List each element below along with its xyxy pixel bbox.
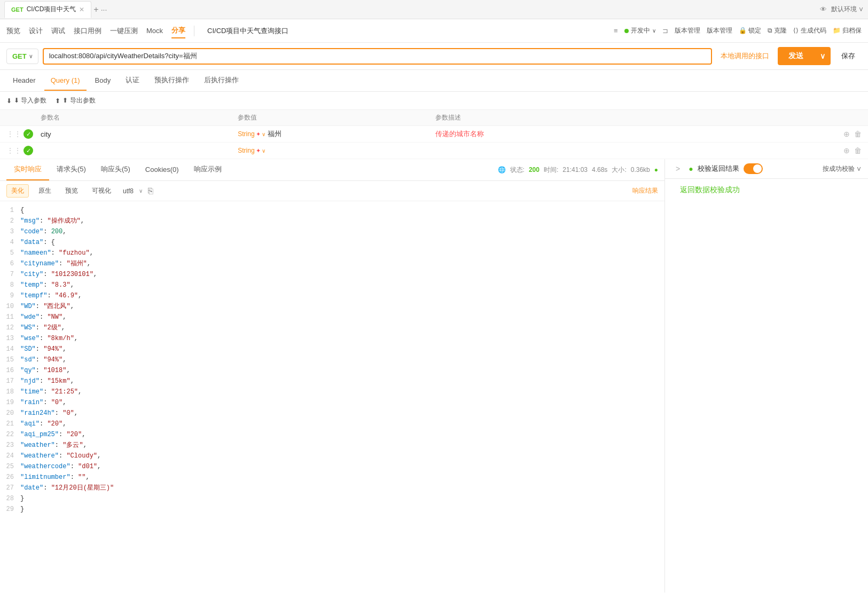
drag-handle[interactable]: ⋮⋮ — [6, 130, 24, 138]
code-line: 22 "aqi_pm25": "20", — [0, 430, 664, 440]
env-badge[interactable]: 开发中 ∨ — [624, 26, 656, 35]
delete-param-icon[interactable]: 🗑 — [854, 130, 862, 138]
more-tabs-button[interactable]: ··· — [101, 5, 107, 14]
response-tab-cookies[interactable]: Cookies(0) — [138, 160, 186, 180]
copy-icon[interactable]: ⎘ — [148, 186, 153, 196]
view-preview[interactable]: 预览 — [61, 185, 82, 197]
validate-toggle[interactable] — [744, 163, 763, 174]
archive-button[interactable]: 📁 归档保 — [833, 26, 862, 35]
time-label: 时间: — [544, 165, 558, 175]
clone-icon: ⧉ — [768, 27, 772, 34]
size-label: 大小: — [612, 165, 626, 175]
toolbar-divider — [194, 26, 194, 36]
toolbar-item-stress[interactable]: 一键压测 — [110, 24, 138, 38]
right-panel: > ● 校验返回结果 按成功校验 ∨ 返回数据校验成功 — [665, 159, 868, 593]
send-arrow-icon[interactable]: ∨ — [815, 48, 831, 65]
response-tab-right: 🌐 状态: 200 时间: 21:41:03 4.68s 大小: 0.36kb … — [498, 165, 658, 175]
version-management[interactable]: 版本管理 — [675, 26, 700, 35]
validate-mode-select[interactable]: 按成功校验 ∨ — [823, 164, 862, 174]
eye-icon[interactable]: 👁 — [820, 5, 827, 13]
status-label: 状态: — [510, 165, 525, 175]
tab-bar: GET CI/CD项目中天气 ✕ + ··· 👁 默认环境 ∨ — [0, 0, 868, 19]
param-desc[interactable]: 传递的城市名称 — [435, 129, 830, 139]
code-line: 17 "njd": "15km", — [0, 376, 664, 387]
expand-panel-button[interactable]: > — [671, 164, 684, 173]
toolbar-item-mock[interactable]: Mock — [146, 25, 163, 37]
validate-label: 校验返回结果 — [698, 164, 739, 174]
params-table-header: 参数名 参数值 参数描述 — [0, 110, 868, 126]
view-visual[interactable]: 可视化 — [88, 185, 115, 197]
code-line: 15 "sd": "94%", — [0, 355, 664, 366]
url-bar: GET ∨ 本地调用的接口 发送 ∨ 保存 — [0, 43, 868, 70]
method-label: GET — [12, 52, 27, 60]
import-params-button[interactable]: ⬇ ⬇ 导入参数 — [6, 96, 46, 105]
split-area: 实时响应 请求头(5) 响应头(5) Cookies(0) 响应示例 🌐 状态:… — [0, 159, 868, 593]
save-button[interactable]: 保存 — [835, 48, 862, 64]
subtab-post-exec[interactable]: 后执行操作 — [198, 70, 245, 91]
subtab-auth[interactable]: 认证 — [119, 70, 146, 91]
code-line: 10 "WD": "西北风", — [0, 302, 664, 312]
param-name[interactable]: city — [41, 130, 238, 138]
toolbar-item-share[interactable]: 分享 — [171, 23, 185, 38]
view-beautify[interactable]: 美化 — [6, 184, 29, 198]
copy-param-icon[interactable]: ⊕ — [843, 130, 850, 138]
export-params-button[interactable]: ⬆ ⬆ 导出参数 — [55, 96, 95, 105]
code-line: 4 "data": { — [0, 238, 664, 248]
sub-tabs: Header Query (1) Body 认证 预执行操作 后执行操作 — [0, 70, 868, 92]
lock-button[interactable]: 🔒 锁定 — [739, 26, 761, 35]
view-raw[interactable]: 原生 — [34, 185, 56, 197]
delete-param-icon[interactable]: 🗑 — [854, 146, 862, 155]
archive-icon: 📁 — [833, 27, 841, 34]
subtab-body[interactable]: Body — [89, 71, 118, 91]
param-row-actions: ⊕ 🗑 — [830, 130, 862, 138]
response-tab-req-headers[interactable]: 请求头(5) — [49, 159, 93, 180]
clone-button[interactable]: ⧉ 克隆 — [768, 26, 787, 35]
success-message: 返回数据校验成功 — [671, 175, 748, 204]
code-area[interactable]: 1{2 "msg": "操作成功",3 "code": 200,4 "data"… — [0, 201, 664, 593]
toolbar-right: ≡ 开发中 ∨ ⊐ 版本管理 版本管理 🔒 锁定 ⧉ 克隆 ⟨⟩ 生成代码 📁 … — [614, 26, 862, 35]
code-line: 18 "time": "21:25", — [0, 387, 664, 398]
subtab-query[interactable]: Query (1) — [44, 71, 87, 91]
param-value[interactable]: 福州 — [268, 129, 281, 139]
toolbar-item-example[interactable]: 接口用例 — [74, 24, 101, 38]
code-line: 7 "city": "101230101", — [0, 270, 664, 280]
subtab-header[interactable]: Header — [6, 71, 42, 91]
encoding-select[interactable]: utf8 — [123, 187, 134, 195]
env-selector[interactable]: 默认环境 ∨ — [831, 5, 864, 14]
response-tab-realtime[interactable]: 实时响应 — [6, 159, 49, 180]
code-line: 28 } — [0, 494, 664, 504]
params-actions: ⬇ ⬇ 导入参数 ⬆ ⬆ 导出参数 — [0, 92, 868, 110]
toolbar-item-debug[interactable]: 调试 — [51, 24, 65, 38]
tab-close-icon[interactable]: ✕ — [79, 6, 84, 13]
code-toolbar: 美化 原生 预览 可视化 utf8 ∨ ⎘ 响应结果 — [0, 181, 664, 201]
param-type[interactable]: String ✦ ∨ — [238, 130, 265, 138]
code-line: 23 "weather": "多云", — [0, 440, 664, 451]
tab-bar-right: 👁 默认环境 ∨ — [820, 5, 864, 14]
toolbar-item-design[interactable]: 设计 — [29, 24, 43, 38]
required-star: ✦ — [256, 131, 261, 138]
copy-param-icon[interactable]: ⊕ — [843, 146, 850, 155]
code-line: 1{ — [0, 206, 664, 216]
validate-mode-label: 按成功校验 ∨ — [823, 164, 862, 174]
import-label: ⬇ 导入参数 — [14, 96, 46, 105]
drag-handle[interactable]: ⋮⋮ — [6, 146, 24, 155]
main-tab[interactable]: GET CI/CD项目中天气 ✕ — [4, 1, 91, 18]
subtab-pre-exec[interactable]: 预执行操作 — [148, 70, 196, 91]
row-enable-checkbox[interactable]: ✓ — [24, 146, 33, 155]
code-line: 19 "rain": "0", — [0, 398, 664, 408]
version-management-label[interactable]: 版本管理 — [707, 26, 732, 35]
param-type[interactable]: String ✦ ∨ — [238, 147, 265, 154]
send-button[interactable]: 发送 ∨ — [778, 47, 831, 65]
url-input[interactable] — [43, 48, 712, 65]
param-row-actions: ⊕ 🗑 — [830, 146, 862, 155]
response-tab-resp-headers[interactable]: 响应头(5) — [93, 159, 138, 180]
type-arrow: ∨ — [262, 131, 265, 137]
row-enable-checkbox[interactable]: ✓ — [24, 129, 33, 139]
code-line: 20 "rain24h": "0", — [0, 408, 664, 419]
response-tab-example[interactable]: 响应示例 — [186, 159, 229, 180]
code-line: 8 "temp": "8.3", — [0, 280, 664, 291]
method-select[interactable]: GET ∨ — [6, 49, 38, 64]
generate-code-button[interactable]: ⟨⟩ 生成代码 — [793, 26, 826, 35]
toolbar-item-preview[interactable]: 预览 — [6, 24, 20, 38]
add-tab-button[interactable]: + — [93, 5, 98, 14]
